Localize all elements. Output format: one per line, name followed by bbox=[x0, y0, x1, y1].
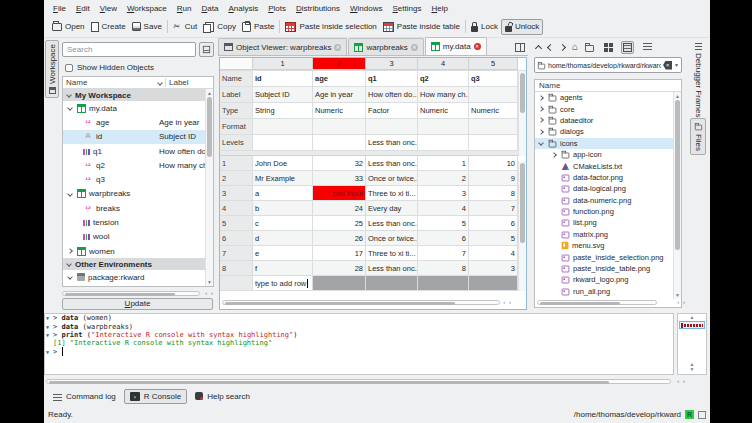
cell[interactable]: String bbox=[253, 103, 313, 118]
up-button[interactable] bbox=[535, 44, 542, 51]
menu-edit[interactable]: Edit bbox=[71, 2, 95, 15]
file-item[interactable]: list.png bbox=[535, 217, 673, 228]
menu-plots[interactable]: Plots bbox=[263, 2, 291, 15]
cell[interactable]: Numeric bbox=[469, 103, 518, 118]
view-mode-list-button[interactable] bbox=[641, 41, 654, 54]
tree-section[interactable]: Other Environments bbox=[63, 258, 213, 270]
cell[interactable]: type to add row bbox=[253, 276, 313, 290]
grid-horizontal-scrollbar[interactable]: ‹ › bbox=[222, 299, 512, 306]
cell[interactable]: 3 bbox=[418, 186, 469, 200]
cell[interactable]: b bbox=[253, 201, 313, 215]
cell[interactable]: 24 bbox=[313, 201, 366, 215]
file-item[interactable]: data-factor.png bbox=[535, 172, 673, 183]
tree-item[interactable]: AidSubject ID bbox=[63, 130, 213, 144]
cell[interactable]: e bbox=[253, 246, 313, 260]
cell[interactable] bbox=[313, 276, 366, 290]
tree-item[interactable]: warpbreaks bbox=[63, 187, 213, 201]
file-item[interactable]: function.png bbox=[535, 206, 673, 217]
cell[interactable]: How often do... bbox=[366, 87, 418, 102]
menu-windows[interactable]: Windows bbox=[345, 2, 387, 15]
cell[interactable]: 25 bbox=[313, 216, 366, 230]
cell[interactable]: q2 bbox=[418, 71, 469, 86]
tree-header[interactable]: Name Label bbox=[63, 77, 213, 89]
cell[interactable]: 9 bbox=[469, 171, 518, 185]
menu-settings[interactable]: Settings bbox=[387, 2, 426, 15]
cell[interactable] bbox=[469, 135, 518, 150]
cell[interactable]: Every day bbox=[366, 201, 418, 215]
menu-help[interactable]: Help bbox=[426, 2, 452, 15]
cut-button[interactable]: ✂Cut bbox=[170, 20, 200, 34]
tree-item[interactable]: my.data bbox=[63, 101, 213, 115]
tab-my-data[interactable]: my.data✕ bbox=[425, 37, 487, 55]
debugger-frames-dock-tab[interactable]: Debugger Frames bbox=[690, 40, 706, 120]
menu-view[interactable]: View bbox=[95, 2, 122, 15]
file-item[interactable]: matrix.png bbox=[535, 229, 673, 240]
menu-distributions[interactable]: Distributions bbox=[291, 2, 345, 15]
open-folder-button[interactable] bbox=[585, 45, 594, 52]
cell[interactable]: bad input bbox=[313, 186, 366, 200]
cell[interactable] bbox=[313, 119, 366, 134]
file-item[interactable]: data-numeric.png bbox=[535, 195, 673, 206]
file-item[interactable]: data-logical.png bbox=[535, 183, 673, 194]
file-item[interactable]: icons bbox=[535, 138, 673, 149]
save-button[interactable]: Save bbox=[129, 20, 165, 33]
column-header[interactable]: 1 bbox=[253, 58, 313, 70]
tree-vertical-scrollbar[interactable]: ▲ ▼ bbox=[205, 89, 213, 286]
file-item[interactable]: dialogs bbox=[535, 126, 673, 137]
cell[interactable]: 4 bbox=[469, 246, 518, 260]
cell[interactable]: Numeric bbox=[418, 103, 469, 118]
cell[interactable] bbox=[418, 135, 469, 150]
tree-item[interactable]: q1How often do... bbox=[63, 144, 213, 158]
cell[interactable]: 8 bbox=[418, 261, 469, 275]
cell[interactable]: Once or twice... bbox=[366, 231, 418, 245]
tool-tab-r-console[interactable]: ›R Console bbox=[124, 389, 187, 404]
cell[interactable]: 17 bbox=[313, 246, 366, 260]
unlock-button[interactable]: Unlock bbox=[501, 19, 543, 35]
open-button[interactable]: Open bbox=[49, 20, 88, 33]
copy-button[interactable]: Copy bbox=[200, 20, 239, 34]
console-side-item[interactable] bbox=[679, 321, 705, 329]
file-list-header[interactable]: Name bbox=[535, 80, 681, 92]
file-item[interactable]: dataeditor bbox=[535, 115, 673, 126]
cell[interactable]: Once or twice... bbox=[366, 171, 418, 185]
update-button[interactable]: Update bbox=[62, 298, 213, 310]
forward-button[interactable] bbox=[559, 43, 566, 50]
cell[interactable]: f bbox=[253, 261, 313, 275]
cell[interactable] bbox=[418, 276, 469, 290]
cell[interactable] bbox=[366, 276, 418, 290]
close-tab-icon[interactable]: ✕ bbox=[334, 44, 341, 51]
split-view-icon[interactable] bbox=[515, 43, 525, 52]
cell[interactable]: Three to xi ti... bbox=[366, 246, 418, 260]
cell[interactable]: d bbox=[253, 231, 313, 245]
tool-tab-help-search[interactable]: Help search bbox=[190, 390, 255, 403]
tree-item[interactable]: ¹²q2How many ch... bbox=[63, 158, 213, 172]
view-mode-icons-button[interactable] bbox=[601, 41, 614, 54]
file-item[interactable]: run_all.png bbox=[535, 286, 673, 297]
cell[interactable]: 3 bbox=[469, 261, 518, 275]
path-combobox[interactable]: home/thomas/develop/rkward/rkward/ × ▼ bbox=[534, 57, 682, 73]
view-mode-tree-button[interactable] bbox=[621, 41, 634, 54]
cell[interactable]: 8 bbox=[469, 186, 518, 200]
cell[interactable]: Age in year bbox=[313, 87, 366, 102]
column-header[interactable]: 5 bbox=[469, 58, 518, 70]
cell[interactable]: Less than onc... bbox=[366, 156, 418, 170]
paste-inside-table-button[interactable]: Paste inside table bbox=[380, 20, 463, 34]
cell[interactable]: 33 bbox=[313, 171, 366, 185]
cell[interactable]: q3 bbox=[469, 71, 518, 86]
menu-analysis[interactable]: Analysis bbox=[223, 2, 263, 15]
cell[interactable]: Less than onc... bbox=[366, 216, 418, 230]
cell[interactable]: q1 bbox=[366, 71, 418, 86]
cell[interactable]: 28 bbox=[313, 261, 366, 275]
cell[interactable] bbox=[313, 135, 366, 150]
path-dropdown-icon[interactable]: ▼ bbox=[674, 62, 679, 68]
show-hidden-checkbox-row[interactable]: Show Hidden Objects bbox=[65, 63, 154, 72]
r-console[interactable]: ▼> data (women)▼> data (warpbreaks)▼> pr… bbox=[44, 313, 674, 375]
cell[interactable] bbox=[366, 119, 418, 134]
cell[interactable] bbox=[253, 135, 313, 150]
column-header[interactable]: 3 bbox=[366, 58, 418, 70]
cell[interactable]: 5 bbox=[469, 231, 518, 245]
tool-tab-command-log[interactable]: Command log bbox=[48, 390, 121, 403]
tree-item[interactable]: wool bbox=[63, 230, 213, 244]
file-item[interactable]: rkward_logo.png bbox=[535, 274, 673, 285]
cell[interactable]: Less than onc... bbox=[366, 261, 418, 275]
